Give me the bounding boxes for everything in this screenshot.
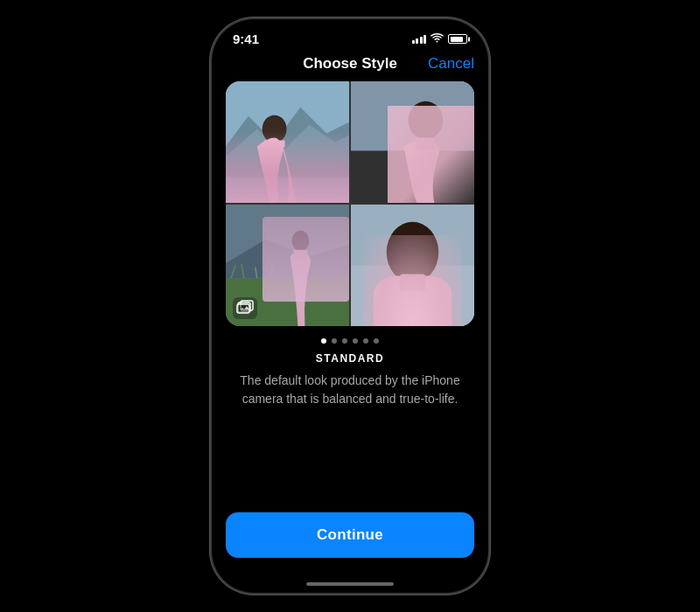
style-name: STANDARD: [316, 352, 384, 365]
status-time: 9:41: [233, 31, 259, 46]
signal-icon: [412, 35, 427, 44]
style-description: The default look produced by the iPhone …: [226, 372, 474, 408]
svg-rect-17: [293, 250, 307, 259]
svg-rect-22: [351, 266, 474, 327]
photo-cell-2[interactable]: [351, 81, 474, 203]
continue-button[interactable]: Continue: [226, 512, 474, 558]
photo-cell-4[interactable]: [351, 205, 474, 326]
svg-point-16: [291, 231, 309, 252]
svg-point-7: [409, 101, 444, 140]
svg-point-3: [262, 115, 287, 143]
dynamic-island: [311, 28, 389, 51]
phone-frame: 9:41: [210, 17, 490, 595]
svg-marker-2: [226, 125, 349, 177]
svg-rect-6: [351, 150, 474, 203]
svg-rect-24: [400, 274, 426, 291]
bottom-area: Continue: [212, 498, 488, 582]
photo-grid-container: [226, 81, 474, 326]
photo-stack-icon: [233, 297, 257, 319]
photo-image-1: [226, 81, 349, 203]
svg-rect-4: [264, 141, 285, 148]
photo-image-2: [351, 81, 474, 203]
svg-rect-0: [226, 81, 349, 203]
svg-point-23: [387, 222, 439, 283]
photo-image-4: [351, 205, 474, 326]
header-title: Choose Style: [303, 55, 397, 73]
cancel-button[interactable]: Cancel: [428, 55, 474, 73]
svg-line-15: [270, 266, 273, 279]
phone-screen: 9:41: [212, 19, 488, 593]
pagination-dot-3[interactable]: [342, 338, 347, 344]
photo-cell-3[interactable]: [226, 205, 349, 326]
home-indicator: [212, 582, 488, 593]
photo-grid: [226, 81, 474, 326]
header: Choose Style Cancel: [212, 52, 488, 81]
status-icons: [412, 32, 468, 46]
pagination-dot-2[interactable]: [332, 338, 337, 344]
pagination-dot-6[interactable]: [374, 338, 379, 344]
pagination-dot-5[interactable]: [363, 338, 368, 344]
pagination-dot-1[interactable]: [321, 338, 326, 344]
wifi-icon: [430, 32, 444, 46]
pagination-dot-4[interactable]: [353, 338, 358, 344]
content-area: STANDARD The default look produced by th…: [212, 81, 488, 498]
battery-icon: [448, 34, 467, 44]
pagination-dots: [321, 338, 379, 344]
photo-cell-1[interactable]: [226, 81, 349, 203]
svg-rect-8: [415, 138, 434, 150]
home-bar: [306, 582, 394, 586]
